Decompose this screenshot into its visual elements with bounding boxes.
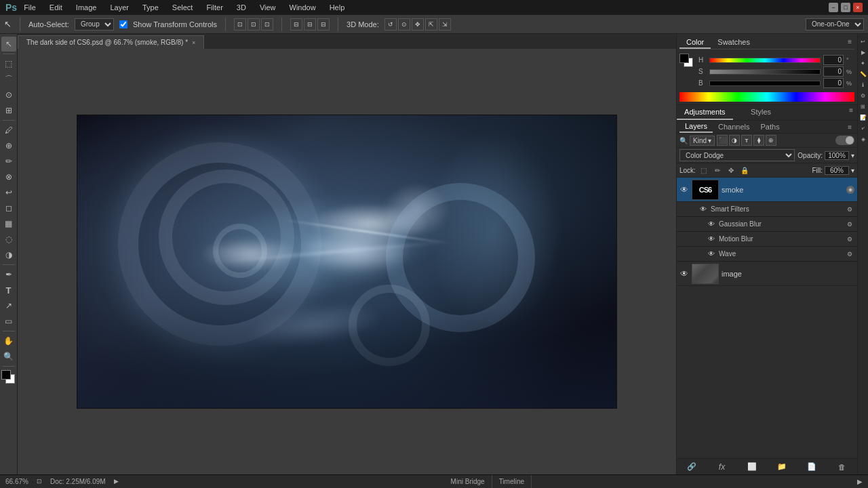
zoom-tool[interactable]: 🔍 [1,349,16,364]
text-tool[interactable]: T [1,283,16,298]
color-spectrum-bar[interactable] [679,92,854,102]
mini-bridge-tab[interactable]: Mini Bridge [444,475,492,489]
layer-image-visibility[interactable]: 👁 [679,269,689,279]
path-btn[interactable]: 🗸 [859,123,868,133]
quick-select-tool[interactable]: ⊙ [1,87,16,102]
tab-styles[interactable]: Styles [733,105,789,120]
eraser-tool[interactable]: ◻ [1,201,16,216]
new-group-button[interactable]: 📁 [775,460,789,474]
tab-adjustments[interactable]: Adjustments [677,105,733,120]
sublayer-wave-settings-icon[interactable]: ⚙ [845,249,854,259]
adj-panel-menu[interactable]: ≡ [845,105,857,120]
add-mask-button[interactable]: ⬜ [745,460,759,474]
b-slider[interactable] [709,81,821,86]
canvas[interactable] [77,115,617,409]
note-btn[interactable]: 📝 [859,113,868,122]
menu-view[interactable]: View [257,2,279,13]
brush-tool[interactable]: ✏ [1,154,16,169]
gradient-tool[interactable]: ▦ [1,216,16,231]
show-transform-checkbox[interactable] [119,20,127,28]
align-right-icon[interactable]: ⊡ [261,18,273,30]
fg-swatch[interactable] [679,54,689,63]
tab-close-button[interactable]: × [192,39,195,46]
marquee-tool[interactable]: ⬚ [1,56,16,71]
layer-smoke-visibility[interactable]: 👁 [679,185,689,195]
sublayer-gb-visibility[interactable]: 👁 [707,220,716,229]
sublayer-mb-visibility[interactable]: 👁 [707,235,716,244]
pen-tool[interactable]: ✒ [1,267,16,282]
filter-pixel-icon[interactable]: ⬛ [717,135,728,146]
foreground-color[interactable] [1,370,11,380]
workspace-dropdown[interactable]: One-on-One [806,18,864,30]
opacity-arrow[interactable]: ▾ [851,152,854,159]
align-center-icon[interactable]: ⊡ [248,18,260,30]
status-right-arrow[interactable]: ▶ [857,478,863,485]
filter-toggle[interactable] [835,136,854,145]
s-slider[interactable] [709,69,821,75]
doc-size-arrow[interactable]: ▶ [114,478,119,485]
move-tool[interactable]: ↖ [1,37,16,52]
lasso-tool[interactable]: ⌒ [1,72,16,87]
menu-select[interactable]: Select [170,2,196,13]
transform-btn[interactable]: ⊞ [859,102,868,111]
sublayer-gaussian-blur[interactable]: 👁 Gaussian Blur ⚙ [677,217,857,232]
color-panel-menu[interactable]: ≡ [845,37,854,49]
delete-layer-button[interactable]: 🗑 [835,460,849,474]
lock-all-icon[interactable]: 🔒 [739,165,750,176]
eyedropper-tool[interactable]: 🖊 [1,123,16,138]
menu-window[interactable]: Window [287,2,319,13]
tab-paths[interactable]: Paths [755,121,785,132]
sublayer-motion-blur[interactable]: 👁 Motion Blur ⚙ [677,232,857,247]
dist3-icon[interactable]: ⊟ [317,18,330,30]
filter-shape-icon[interactable]: ⧫ [753,135,764,146]
tab-layers[interactable]: Layers [679,121,713,133]
dist2-icon[interactable]: ⊟ [304,18,316,30]
opacity-value[interactable]: 100% [825,151,849,160]
lock-transparent-icon[interactable]: ⬚ [698,165,709,176]
ruler-btn[interactable]: 📏 [859,69,868,79]
path-select-tool[interactable]: ↗ [1,298,16,313]
clone-tool[interactable]: ⊗ [1,169,16,184]
sublayer-wave[interactable]: 👁 Wave ⚙ [677,247,857,262]
tab-color[interactable]: Color [679,37,711,49]
sublayer-sf-visibility[interactable]: 👁 [698,205,708,214]
3d-btn[interactable]: ◈ [859,134,868,144]
play-btn[interactable]: ▶ [859,47,868,57]
layer-image[interactable]: 👁 image [677,262,857,286]
document-tab[interactable]: The dark side of CS6.psd @ 66.7% (smoke,… [18,35,204,49]
menu-edit[interactable]: Edit [47,2,65,13]
sublayer-sf-settings-icon[interactable]: ⚙ [845,205,854,214]
menu-type[interactable]: Type [140,2,161,13]
timeline-tab[interactable]: Timeline [492,475,532,489]
history-btn[interactable]: ↩ [859,37,868,46]
menu-3d[interactable]: 3D [234,2,249,13]
filter-smart-icon[interactable]: ⊕ [766,135,776,146]
tab-swatches[interactable]: Swatches [711,37,757,49]
menu-file[interactable]: File [21,2,39,13]
color-swatch-display[interactable] [679,54,694,68]
history-tool[interactable]: ↩ [1,185,16,200]
3d-pan-icon[interactable]: ✥ [412,18,424,30]
layer-smoke[interactable]: 👁 CS6 smoke ◉ [677,178,857,202]
window-controls[interactable]: − □ × [829,3,863,12]
tab-channels[interactable]: Channels [713,121,755,132]
fill-arrow[interactable]: ▾ [851,167,854,174]
menu-layer[interactable]: Layer [107,2,132,13]
sublayer-wave-visibility[interactable]: 👁 [707,249,716,259]
h-value[interactable]: 0 [823,55,844,65]
s-value[interactable]: 0 [823,66,844,77]
3d-rotate-icon[interactable]: ↺ [384,18,397,30]
3d-scale-icon[interactable]: ⇲ [439,18,451,30]
minimize-button[interactable]: − [829,3,838,12]
link-layers-button[interactable]: 🔗 [685,460,698,474]
sublayer-mb-settings-icon[interactable]: ⚙ [845,235,854,244]
3d-slide-icon[interactable]: ⇱ [425,18,437,30]
doc-size[interactable]: Doc: 2.25M/6.09M [50,478,106,485]
zoom-controls[interactable]: ⊡ [37,478,42,485]
options-btn[interactable]: ⚙ [859,91,868,100]
add-fx-button[interactable]: fx [715,460,728,474]
hand-tool[interactable]: ✋ [1,333,16,348]
sublayer-smart-filters[interactable]: 👁 Smart Filters ⚙ [677,202,857,217]
align-left-icon[interactable]: ⊡ [234,18,246,30]
menu-image[interactable]: Image [73,2,100,13]
